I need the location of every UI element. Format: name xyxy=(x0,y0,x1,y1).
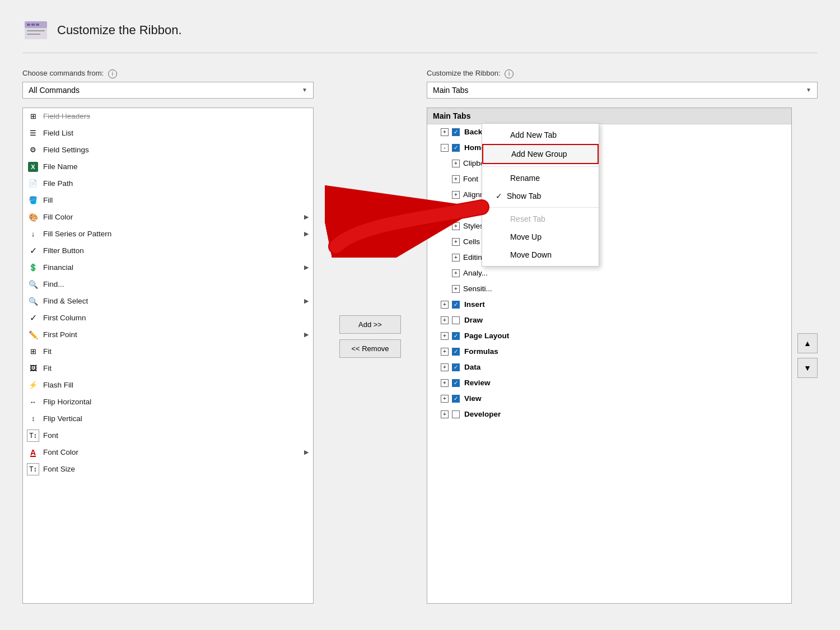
list-item[interactable]: T↕Font xyxy=(23,427,313,444)
list-item[interactable]: ✓First Column xyxy=(23,310,313,326)
command-icon: A xyxy=(27,447,39,458)
choose-commands-info-icon[interactable]: i xyxy=(108,69,117,78)
ribbon-list-item[interactable]: +Draw xyxy=(427,312,791,328)
commands-list[interactable]: ⊞Field Headers☰Field List⚙Field Settings… xyxy=(22,108,314,604)
list-item[interactable]: 🎨Fill Color▶ xyxy=(23,209,313,226)
command-icon: ↓ xyxy=(27,228,39,240)
list-item[interactable]: T↕Font Size xyxy=(23,461,313,478)
context-menu-item-label: Reset Tab xyxy=(510,214,545,223)
customize-ribbon-label: Customize the Ribbon: i xyxy=(427,69,818,78)
list-item[interactable]: 🔍Find & Select▶ xyxy=(23,293,313,310)
ribbon-list-item[interactable]: +Sensiti... xyxy=(427,281,791,297)
command-label: Font Color xyxy=(43,448,302,456)
expand-button[interactable]: + xyxy=(452,191,460,199)
ribbon-item-checkbox[interactable]: ✓ xyxy=(452,144,460,152)
list-item[interactable]: ↕Flip Vertical xyxy=(23,410,313,427)
list-item[interactable]: ⊞Field Headers xyxy=(23,108,313,125)
customize-ribbon-info-icon[interactable]: i xyxy=(505,69,514,78)
commands-dropdown[interactable]: All Commands ▼ xyxy=(22,82,314,99)
command-label: File Path xyxy=(43,179,309,188)
ribbon-list-item[interactable]: +✓Formulas xyxy=(427,344,791,360)
expand-button[interactable]: + xyxy=(441,363,449,371)
ribbon-item-label: Styles xyxy=(463,222,484,230)
expand-button[interactable]: + xyxy=(452,222,460,230)
expand-button[interactable]: + xyxy=(452,175,460,183)
commands-dropdown-value: All Commands xyxy=(29,86,80,95)
context-menu-item[interactable]: Rename xyxy=(482,169,599,187)
ribbon-list-item[interactable]: +✓Data xyxy=(427,360,791,375)
command-label: Fit xyxy=(43,347,309,356)
expand-button[interactable]: + xyxy=(441,379,449,387)
command-icon: 📄 xyxy=(27,178,39,189)
context-menu-item[interactable]: Reset Tab xyxy=(482,210,599,228)
expand-button[interactable]: + xyxy=(441,348,449,356)
context-menu-item[interactable]: Move Down xyxy=(482,246,599,264)
list-item[interactable]: ⊞Fit xyxy=(23,343,313,360)
list-item[interactable]: ↔Flip Horizontal xyxy=(23,394,313,410)
ribbon-item-label: Review xyxy=(464,379,491,387)
list-item[interactable]: ✓Filter Button xyxy=(23,242,313,259)
ribbon-list-item[interactable]: +Analy... xyxy=(427,265,791,281)
expand-button[interactable]: + xyxy=(452,238,460,246)
ribbon-list-item[interactable]: +✓View xyxy=(427,391,791,407)
context-menu-divider xyxy=(482,166,599,167)
ribbon-item-label: Cells xyxy=(463,237,480,246)
ribbon-item-checkbox[interactable]: ✓ xyxy=(452,128,460,136)
move-down-button[interactable]: ▼ xyxy=(797,358,818,378)
move-up-button[interactable]: ▲ xyxy=(797,333,818,353)
context-menu-divider xyxy=(482,207,599,208)
expand-button[interactable]: + xyxy=(441,410,449,418)
commands-list-container: ⊞Field Headers☰Field List⚙Field Settings… xyxy=(22,108,314,604)
list-item[interactable]: ✏️First Point▶ xyxy=(23,326,313,343)
checkmark-icon: ✓ xyxy=(496,192,502,200)
list-item[interactable]: 🖼Fit xyxy=(23,360,313,377)
list-item[interactable]: AFont Color▶ xyxy=(23,444,313,461)
list-item[interactable]: ⚡Flash Fill xyxy=(23,377,313,394)
list-item[interactable]: 📄File Path xyxy=(23,175,313,192)
context-menu-item[interactable]: Add New Group xyxy=(482,144,599,164)
ribbon-list-item[interactable]: +✓Insert xyxy=(427,297,791,312)
ribbon-item-checkbox[interactable]: ✓ xyxy=(452,332,460,340)
remove-button[interactable]: << Remove xyxy=(339,339,401,358)
command-label: Font Size xyxy=(43,465,309,473)
context-menu-item[interactable]: Add New Tab xyxy=(482,126,599,144)
ribbon-item-label: Analy... xyxy=(463,269,488,277)
ribbon-item-checkbox[interactable]: ✓ xyxy=(452,301,460,309)
ribbon-item-checkbox[interactable]: ✓ xyxy=(452,363,460,371)
list-item[interactable]: ↓Fill Series or Pattern▶ xyxy=(23,226,313,242)
list-item[interactable]: ⚙Field Settings xyxy=(23,142,313,158)
expand-button[interactable]: + xyxy=(452,269,460,277)
list-item[interactable]: 🔍Find... xyxy=(23,276,313,293)
textbox-icon: T↕ xyxy=(27,430,39,442)
ribbon-item-checkbox[interactable] xyxy=(452,410,460,418)
ribbon-list-item[interactable]: +✓Review xyxy=(427,375,791,391)
context-menu-item[interactable]: ✓Show Tab xyxy=(482,187,599,205)
context-menu-item[interactable]: Move Up xyxy=(482,228,599,246)
list-item[interactable]: ☰Field List xyxy=(23,125,313,142)
list-item[interactable]: 🪣Fill xyxy=(23,192,313,209)
add-button[interactable]: Add >> xyxy=(339,315,401,334)
ribbon-item-checkbox[interactable]: ✓ xyxy=(452,379,460,387)
expand-button[interactable]: + xyxy=(441,332,449,340)
ribbon-item-label: Insert xyxy=(464,300,485,309)
ribbon-list-item[interactable]: +✓Page Layout xyxy=(427,328,791,344)
list-item[interactable]: XFile Name xyxy=(23,158,313,175)
svg-rect-6 xyxy=(27,34,40,35)
expand-button[interactable]: + xyxy=(452,254,460,262)
expand-button[interactable]: + xyxy=(452,160,460,167)
ribbon-dropdown[interactable]: Main Tabs ▼ xyxy=(427,82,818,99)
ribbon-item-checkbox[interactable]: ✓ xyxy=(452,348,460,356)
expand-button[interactable]: + xyxy=(441,301,449,309)
ribbon-item-checkbox[interactable] xyxy=(452,316,460,324)
list-item[interactable]: 💲Financial▶ xyxy=(23,259,313,276)
expand-button[interactable]: - xyxy=(441,144,449,152)
expand-button[interactable]: + xyxy=(441,128,449,136)
ribbon-item-checkbox[interactable]: ✓ xyxy=(452,395,460,403)
ribbon-item-label: Developer xyxy=(464,410,501,418)
left-panel: Choose commands from: i All Commands ▼ ⊞… xyxy=(22,69,314,604)
expand-button[interactable]: + xyxy=(452,207,460,214)
expand-button[interactable]: + xyxy=(441,316,449,324)
ribbon-list-item[interactable]: +Developer xyxy=(427,407,791,422)
expand-button[interactable]: + xyxy=(441,395,449,403)
expand-button[interactable]: + xyxy=(452,285,460,293)
